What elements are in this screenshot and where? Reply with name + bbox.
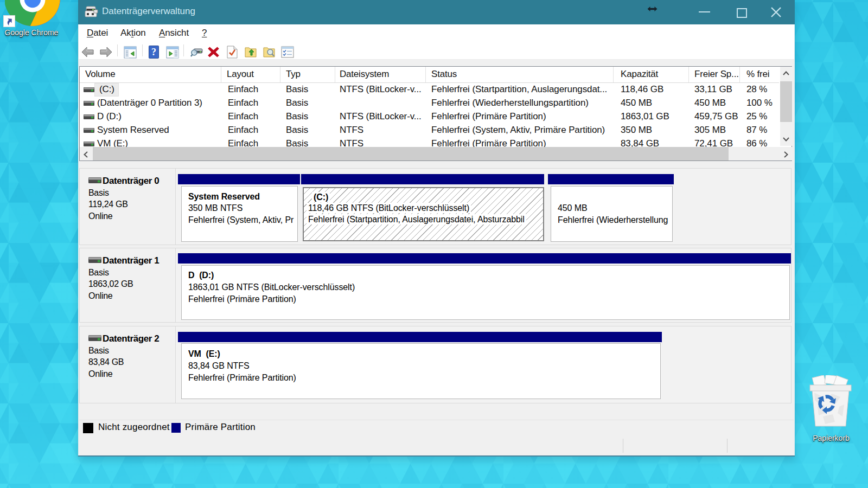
svg-text:?: ?: [151, 47, 156, 57]
